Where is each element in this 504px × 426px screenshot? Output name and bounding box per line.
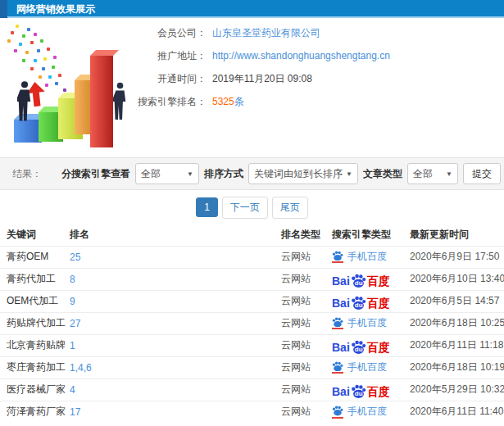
baidu-logo: Bai du百度 bbox=[332, 338, 390, 353]
rank-link[interactable]: 9 bbox=[70, 296, 75, 307]
keyword-cell: 菏泽膏药厂家 bbox=[0, 401, 70, 423]
baidu-paw-icon bbox=[332, 251, 343, 264]
updated-cell: 2020年6月11日 11:18 bbox=[410, 334, 504, 356]
businessman-figure bbox=[113, 79, 127, 125]
rank-cell: 1 bbox=[70, 334, 281, 356]
article-type-value: 全部 bbox=[413, 167, 433, 181]
baidu-logo: Bai du百度 bbox=[332, 271, 390, 287]
rank-link[interactable]: 8 bbox=[70, 274, 75, 285]
mobile-baidu-label: 手机百度 bbox=[347, 316, 387, 330]
table-row: 北京膏药贴牌1云网站Bai du百度2020年6月11日 11:18 bbox=[0, 334, 504, 356]
rank-link[interactable]: 25 bbox=[70, 252, 80, 263]
next-page-button[interactable]: 下一页 bbox=[222, 197, 268, 219]
pagination: 1 下一页 尾页 bbox=[0, 190, 504, 224]
info-row-url: 推广地址： http://www.shandonghuangshengtang.… bbox=[131, 49, 390, 62]
header-engine-type: 搜索引擎类型 bbox=[332, 224, 410, 246]
rank-count-link[interactable]: 5325条 bbox=[212, 95, 244, 109]
rank-type-cell: 云网站 bbox=[281, 378, 332, 401]
keyword-cell: 药贴牌代加工 bbox=[0, 312, 70, 334]
info-row-rank-count: 搜索引擎排名： 5325条 bbox=[131, 95, 390, 108]
baidu-paw-icon bbox=[332, 406, 343, 419]
page-1-button[interactable]: 1 bbox=[196, 197, 218, 217]
rank-type-cell: 云网站 bbox=[281, 356, 332, 378]
filter-controls: 分搜索引擎查看 全部 ▼ 排序方式 关键词由短到长排序 ▼ 文章类型 全部 ▼ … bbox=[61, 163, 501, 184]
company-link[interactable]: 山东皇圣堂药业有限公司 bbox=[212, 26, 320, 40]
rank-link[interactable]: 17 bbox=[70, 406, 80, 418]
baidu-paw-icon: du bbox=[351, 296, 366, 311]
mobile-baidu-logo: 手机百度 bbox=[332, 316, 387, 330]
updated-cell: 2020年5月29日 10:32 bbox=[410, 378, 504, 401]
mobile-baidu-logo: 手机百度 bbox=[332, 360, 387, 374]
company-label: 会员公司： bbox=[131, 26, 207, 40]
info-row-opened: 开通时间： 2019年11月20日 09:08 bbox=[131, 72, 390, 85]
filter-bar: 结果： 分搜索引擎查看 全部 ▼ 排序方式 关键词由短到长排序 ▼ 文章类型 全… bbox=[0, 157, 504, 190]
promotion-url-link[interactable]: http://www.shandonghuangshengtang.cn bbox=[212, 50, 390, 61]
baidu-logo-du: du bbox=[355, 302, 363, 309]
baidu-logo-cn: 百度 bbox=[367, 386, 390, 397]
updated-cell: 2020年6月18日 10:25 bbox=[410, 312, 504, 334]
results-table: 关键词 排名 排名类型 搜索引擎类型 最新更新时间 膏药OEM25云网站 手机百… bbox=[0, 224, 504, 423]
table-row: 菏泽膏药厂家17云网站 手机百度2020年6月11日 11:40 bbox=[0, 401, 504, 423]
baidu-paw-icon: du bbox=[351, 384, 366, 400]
company-info-list: 会员公司： 山东皇圣堂药业有限公司 推广地址： http://www.shand… bbox=[131, 26, 390, 118]
page-title: 网络营销效果展示 bbox=[16, 0, 95, 18]
engine-filter-value: 全部 bbox=[141, 167, 161, 181]
article-type-select[interactable]: 全部 ▼ bbox=[407, 163, 458, 184]
table-row: 膏药OEM25云网站 手机百度2020年6月9日 17:50 bbox=[0, 246, 504, 268]
rank-link[interactable]: 1 bbox=[70, 340, 75, 351]
sort-value: 关键词由短到长排序 bbox=[254, 167, 343, 181]
baidu-logo-bai: Bai bbox=[332, 342, 350, 353]
summary-section: 会员公司： 山东皇圣堂药业有限公司 推广地址： http://www.shand… bbox=[0, 18, 504, 157]
rank-link[interactable]: 1,4,6 bbox=[70, 362, 92, 374]
baidu-logo: Bai du百度 bbox=[332, 293, 390, 309]
mobile-baidu-label: 手机百度 bbox=[347, 250, 387, 264]
table-row: 膏药代加工8云网站Bai du百度2020年6月10日 13:40 bbox=[0, 268, 504, 290]
updated-cell: 2020年6月10日 13:40 bbox=[410, 268, 504, 290]
keyword-cell: 枣庄膏药加工 bbox=[0, 356, 70, 378]
url-label: 推广地址： bbox=[131, 49, 207, 63]
rank-type-cell: 云网站 bbox=[281, 312, 332, 334]
baidu-logo-bai: Bai bbox=[332, 297, 350, 309]
updated-cell: 2020年6月5日 14:57 bbox=[410, 290, 504, 312]
baidu-paw-icon: du bbox=[351, 274, 366, 289]
engine-cell: 手机百度 bbox=[332, 356, 410, 378]
updated-cell: 2020年6月18日 10:19 bbox=[410, 356, 504, 378]
header-rank: 排名 bbox=[70, 224, 281, 246]
baidu-logo: Bai du百度 bbox=[332, 382, 390, 397]
baidu-paw-icon bbox=[332, 361, 343, 374]
rank-cell: 4 bbox=[70, 378, 281, 401]
last-page-button[interactable]: 尾页 bbox=[272, 197, 308, 219]
engine-cell: Bai du百度 bbox=[332, 268, 410, 290]
chevron-down-icon: ▼ bbox=[446, 170, 452, 178]
baidu-paw-icon bbox=[332, 317, 343, 330]
rank-link[interactable]: 4 bbox=[70, 384, 75, 396]
rank-cell: 17 bbox=[70, 401, 281, 423]
rank-type-cell: 云网站 bbox=[281, 401, 332, 423]
rank-type-cell: 云网站 bbox=[281, 246, 332, 268]
title-bar-edge bbox=[0, 0, 7, 18]
keyword-cell: 膏药OEM bbox=[0, 246, 70, 268]
table-row: OEM代加工9云网站Bai du百度2020年6月5日 14:57 bbox=[0, 290, 504, 312]
rank-count-suffix: 条 bbox=[234, 96, 244, 107]
opened-value: 2019年11月20日 09:08 bbox=[212, 72, 312, 86]
rank-cell: 9 bbox=[70, 290, 281, 312]
engine-filter-select[interactable]: 全部 ▼ bbox=[135, 163, 199, 184]
engine-filter-label: 分搜索引擎查看 bbox=[61, 167, 130, 181]
submit-button[interactable]: 提交 bbox=[463, 163, 501, 184]
table-header-row: 关键词 排名 排名类型 搜索引擎类型 最新更新时间 bbox=[0, 224, 504, 246]
rank-count-number: 5325 bbox=[212, 96, 234, 107]
keyword-cell: 北京膏药贴牌 bbox=[0, 334, 70, 356]
confetti-particles bbox=[16, 25, 19, 28]
rank-cell: 25 bbox=[70, 246, 281, 268]
keyword-cell: OEM代加工 bbox=[0, 290, 70, 312]
sort-label: 排序方式 bbox=[204, 167, 243, 181]
result-label: 结果： bbox=[12, 167, 42, 181]
rank-link[interactable]: 27 bbox=[70, 318, 80, 329]
baidu-paw-icon: du bbox=[351, 340, 366, 356]
mobile-baidu-label: 手机百度 bbox=[347, 405, 387, 419]
rank-cell: 1,4,6 bbox=[70, 356, 281, 378]
header-rank-type: 排名类型 bbox=[281, 224, 332, 246]
chevron-down-icon: ▼ bbox=[346, 170, 352, 178]
sort-select[interactable]: 关键词由短到长排序 ▼ bbox=[248, 163, 358, 184]
mobile-baidu-logo: 手机百度 bbox=[332, 405, 387, 419]
